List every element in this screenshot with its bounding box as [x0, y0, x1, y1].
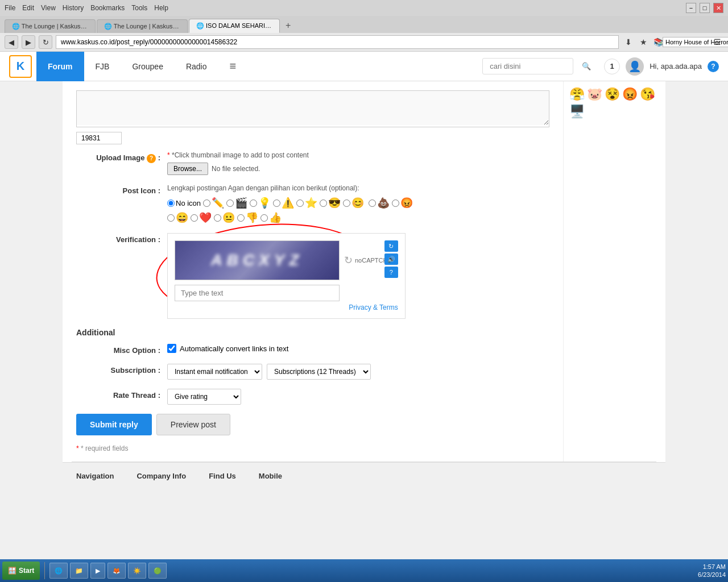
menu-button[interactable]: ☰ — [711, 36, 723, 48]
user-avatar[interactable]: 👤 — [626, 57, 644, 76]
nav-fjb[interactable]: FJB — [84, 52, 121, 81]
privacy-terms-link[interactable]: Privacy & Terms — [349, 304, 398, 311]
menu-help[interactable]: Help — [154, 4, 168, 12]
icon-radio-angry[interactable] — [392, 199, 399, 207]
menu-history[interactable]: History — [63, 4, 84, 12]
subscription-dropdown-2[interactable]: Subscriptions (12 Threads) — [267, 364, 371, 380]
icon-radio-star[interactable] — [296, 199, 304, 207]
back-button[interactable]: ◀ — [5, 35, 18, 49]
verification-content: ABCXYZ ↻ 🔊 ? ↻ noCAPTCHA™ — [167, 233, 549, 319]
angry-icon: 😡 — [400, 197, 413, 209]
upload-hint: * *Click thumbnail image to add to post … — [167, 151, 549, 159]
captcha-audio-button[interactable]: 🔊 — [384, 253, 398, 265]
post-icon-content: Lengkapi postingan Agan dengan pilihan i… — [167, 184, 549, 224]
pencil-icon: ✏️ — [212, 197, 224, 209]
maximize-button[interactable]: □ — [700, 3, 710, 13]
icon-grid: No icon ✏️ 🎬 💡 — [167, 197, 417, 224]
icon-radio-thumbsup[interactable] — [260, 214, 268, 222]
menu-file[interactable]: File — [5, 4, 15, 12]
search-bar[interactable] — [696, 36, 709, 48]
movie-icon: 🎬 — [235, 197, 247, 209]
no-icon-label: No icon — [176, 199, 201, 207]
url-input[interactable] — [56, 35, 619, 49]
emoji-item-4[interactable]: 😡 — [622, 87, 638, 102]
icon-radio-heart[interactable] — [191, 214, 198, 222]
icon-radio-cool[interactable] — [320, 199, 327, 207]
icon-radio-laugh[interactable] — [167, 214, 175, 222]
emoji-row: 😤 🐷 😵 😡 😘 🖥️ — [569, 87, 660, 119]
icon-radio-warning[interactable] — [273, 199, 280, 207]
minimize-button[interactable]: − — [686, 3, 696, 13]
nav-search: 🔍 — [482, 58, 595, 75]
menu-bookmarks[interactable]: Bookmarks — [90, 4, 125, 12]
char-count-input[interactable] — [76, 132, 122, 144]
subscription-dropdown-1[interactable]: Instant email notification — [167, 364, 262, 380]
help-button[interactable]: ? — [708, 61, 719, 72]
icon-radio-movie[interactable] — [226, 199, 234, 207]
emoji-item-5[interactable]: 😘 — [640, 87, 655, 102]
notification-badge[interactable]: 1 — [604, 59, 620, 74]
icon-option-lightbulb: 💡 — [250, 197, 271, 209]
toolbar-icons: ⬇ ★ 📚 🏠 🔒 ☰ — [622, 36, 723, 48]
icon-radio-neutral[interactable] — [214, 214, 221, 222]
tab-3[interactable]: 🌐 ISO DALAM SEHARI - SEM... ✕ — [189, 19, 280, 33]
icon-radio-smile[interactable] — [343, 199, 350, 207]
site-logo[interactable]: K — [9, 55, 32, 78]
thumbsup-icon: 👍 — [269, 211, 282, 224]
nav-groupee[interactable]: Groupee — [121, 52, 174, 81]
post-icon-row: Post Icon : Lengkapi postingan Agan deng… — [76, 184, 549, 224]
rate-thread-dropdown[interactable]: Give rating — [167, 389, 241, 405]
tab-2[interactable]: 🌐 The Lounge | Kaskus - The ... ✕ — [97, 19, 188, 33]
emoji-item-1[interactable]: 😤 — [569, 87, 585, 102]
upload-help-icon[interactable]: ? — [147, 154, 156, 163]
footer-company-title: Company Info — [136, 472, 186, 480]
menu-tools[interactable]: Tools — [131, 4, 147, 12]
menu-view[interactable]: View — [41, 4, 56, 12]
misc-checkbox[interactable] — [167, 344, 176, 353]
icon-option-neutral: 😐 — [214, 211, 235, 224]
captcha-text-input[interactable] — [175, 285, 340, 301]
post-textarea[interactable] — [77, 91, 549, 125]
icon-radio-poop[interactable] — [369, 199, 376, 207]
menu-edit[interactable]: Edit — [22, 4, 34, 12]
title-bar: File Edit View History Bookmarks Tools H… — [0, 0, 728, 16]
tab-label-1: The Lounge | Kaskus - The ... — [22, 23, 96, 30]
emoji-item-2[interactable]: 🐷 — [587, 87, 602, 102]
search-input[interactable] — [482, 58, 573, 74]
tab-1[interactable]: 🌐 The Lounge | Kaskus - The ... ✕ — [5, 19, 96, 33]
cool-icon: 😎 — [328, 197, 341, 209]
icon-radio-pencil[interactable] — [203, 199, 210, 207]
icon-option-thumbsdown: 👎 — [237, 211, 258, 224]
footer-mobile-title: Mobile — [259, 472, 282, 480]
submit-reply-button[interactable]: Submit reply — [76, 414, 152, 435]
footer-cols: Navigation Company Info Find Us Mobile — [76, 472, 652, 480]
captcha-refresh-button[interactable]: ↻ — [384, 240, 398, 252]
icon-radio-thumbsdown[interactable] — [237, 214, 245, 222]
icon-radio-lightbulb[interactable] — [250, 199, 257, 207]
misc-option-content: Automatically convert links in text — [167, 344, 549, 353]
hamburger-menu[interactable]: ≡ — [218, 52, 248, 81]
additional-section: Additional Misc Option : Automatically c… — [76, 328, 549, 405]
icon-radio-none[interactable] — [167, 199, 175, 207]
download-icon[interactable]: ⬇ — [622, 36, 635, 48]
star-icon: ⭐ — [305, 197, 317, 209]
nav-forum[interactable]: Forum — [36, 52, 84, 81]
nav-radio[interactable]: Radio — [175, 52, 218, 81]
icon-option-laugh: 😄 — [167, 211, 188, 224]
bookmark-icon[interactable]: ★ — [637, 36, 650, 48]
forward-button[interactable]: ▶ — [22, 35, 35, 49]
preview-post-button[interactable]: Preview post — [156, 414, 230, 435]
search-button[interactable]: 🔍 — [578, 58, 595, 75]
neutral-icon: 😐 — [222, 211, 235, 224]
captcha-help-button[interactable]: ? — [384, 267, 398, 278]
icon-option-poop: 💩 — [369, 197, 390, 209]
add-tab-button[interactable]: + — [281, 18, 295, 33]
browse-button[interactable]: Browse... — [167, 163, 208, 175]
misc-option-text: Automatically convert links in text — [180, 344, 288, 353]
refresh-button[interactable]: ↻ — [39, 35, 52, 49]
poop-icon: 💩 — [377, 197, 390, 209]
emoji-item-6[interactable]: 🖥️ — [569, 104, 585, 119]
window-controls: − □ ✕ — [686, 3, 723, 13]
emoji-item-3[interactable]: 😵 — [605, 87, 620, 102]
close-button[interactable]: ✕ — [713, 3, 723, 13]
